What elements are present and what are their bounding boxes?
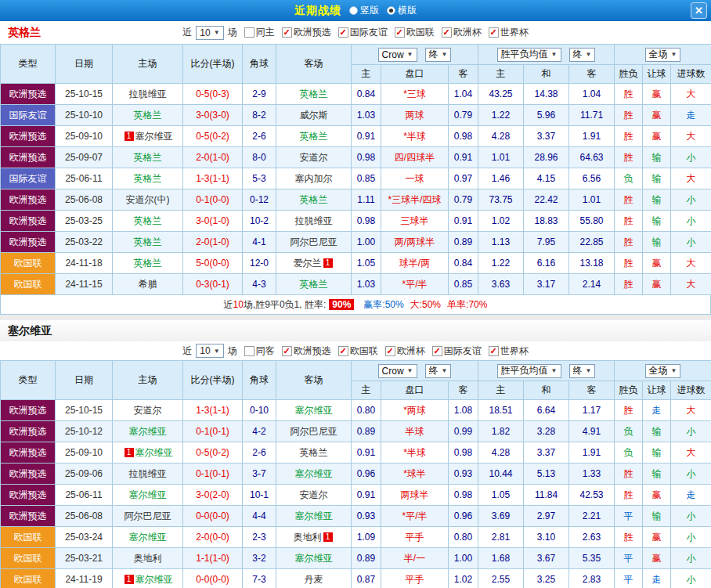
avg-type-dropdown[interactable]: 胜平负均值 ▼ [497, 48, 561, 62]
away-team-name[interactable]: 塞内加尔 [295, 173, 333, 184]
away-team-name[interactable]: 安道尔 [300, 489, 328, 500]
competition-filter-checkbox[interactable]: ✓ 欧洲杯 [442, 26, 482, 39]
away-team-name[interactable]: 塞尔维亚 [295, 468, 333, 479]
match-type-cell: 欧洲预选 [1, 421, 56, 442]
avg-home-cell: 1.05 [478, 485, 524, 506]
home-team-name[interactable]: 奥地利 [134, 553, 162, 564]
avg-type-dropdown[interactable]: 胜平负均值 ▼ [497, 364, 561, 378]
panel-title: 近期战绩 [294, 4, 341, 18]
competition-filter-checkbox[interactable]: ✓ 同主 [244, 26, 275, 39]
layout-horizontal-option[interactable]: 横版 [387, 4, 417, 17]
competition-filter-checkbox[interactable]: ✓ 欧洲预选 [282, 345, 331, 358]
odds-source-value: Crow [382, 366, 404, 377]
games-label: 场 [228, 345, 237, 358]
layout-vertical-option[interactable]: 竖版 [349, 4, 379, 17]
score-cell: 1-3(1-1) [183, 168, 243, 189]
away-team-name[interactable]: 英格兰 [300, 447, 328, 458]
home-team-name[interactable]: 塞尔维亚 [129, 426, 167, 437]
home-team-name[interactable]: 英格兰 [134, 236, 162, 247]
home-team-name[interactable]: 英格兰 [134, 110, 162, 121]
away-team-name[interactable]: 阿尔巴尼亚 [291, 426, 337, 437]
competition-filter-checkbox[interactable]: ✓ 欧国联 [338, 345, 378, 358]
home-odds-cell: 0.85 [352, 168, 381, 189]
avg-home-cell: 43.25 [478, 84, 524, 105]
scope-dropdown[interactable]: 全场 ▼ [645, 48, 681, 62]
away-team-name[interactable]: 塞尔维亚 [295, 553, 333, 564]
result-goals-cell: 小 [671, 147, 711, 168]
away-team-name[interactable]: 爱尔兰 [294, 258, 322, 269]
avg-type-value: 胜平负均值 [501, 48, 548, 61]
away-team-name[interactable]: 英格兰 [300, 279, 328, 290]
competition-filter-list: ✓ 同主 ✓ 欧洲预选 [244, 26, 529, 39]
home-team-name[interactable]: 英格兰 [134, 258, 162, 269]
away-team-name[interactable]: 塞尔维亚 [295, 405, 333, 416]
dropdown-arrow-icon: ▼ [442, 367, 448, 374]
away-team-cell: 威尔斯 [276, 105, 352, 126]
avg-final-dropdown[interactable]: 终 ▼ [569, 364, 596, 378]
competition-filter-checkbox[interactable]: ✓ 欧国联 [395, 26, 435, 39]
avg-final-dropdown[interactable]: 终 ▼ [569, 48, 596, 62]
corner-cell: 4-1 [243, 232, 276, 253]
checkbox-icon: ✓ [489, 27, 499, 38]
result-wdl-cell: 负 [615, 442, 643, 464]
odds-source-dropdown[interactable]: Crow ▼ [378, 48, 417, 62]
win-rate-badge: 90% [329, 299, 354, 310]
home-team-name[interactable]: 塞尔维亚 [135, 447, 173, 458]
home-team-name[interactable]: 塞尔维亚 [135, 131, 173, 142]
match-type-cell: 欧洲预选 [1, 147, 56, 168]
competition-filter-checkbox[interactable]: ✓ 国际友谊 [338, 26, 388, 39]
away-team-name[interactable]: 英格兰 [300, 194, 328, 205]
sub-header-odds-home: 主 [352, 381, 381, 400]
away-team-name[interactable]: 阿尔巴尼亚 [291, 236, 337, 247]
home-team-name[interactable]: 英格兰 [134, 215, 162, 226]
sub-header-avg-home: 主 [478, 381, 524, 400]
competition-filter-checkbox[interactable]: ✓ 同客 [244, 345, 275, 358]
filter-bar: 近 10 ▼ 场 ✓ [0, 341, 711, 360]
avg-away-cell: 55.80 [569, 211, 615, 232]
home-team-name[interactable]: 塞尔维亚 [129, 532, 167, 543]
corner-cell: 2-6 [243, 442, 276, 464]
away-team-name[interactable]: 拉脱维亚 [295, 215, 333, 226]
home-team-name[interactable]: 希腊 [139, 279, 157, 290]
odds-final-dropdown[interactable]: 终 ▼ [425, 48, 452, 62]
home-team-name[interactable]: 英格兰 [134, 173, 162, 184]
home-team-name[interactable]: 安道尔 [134, 405, 162, 416]
home-team-name[interactable]: 塞尔维亚 [135, 574, 173, 585]
away-odds-cell: 0.97 [449, 168, 478, 189]
team-name-heading: 塞尔维亚 [8, 324, 52, 338]
home-team-name[interactable]: 塞尔维亚 [129, 489, 167, 500]
home-team-name[interactable]: 拉脱维亚 [129, 468, 167, 479]
competition-filter-checkbox[interactable]: ✓ 国际友谊 [432, 345, 482, 358]
avg-final-value: 终 [573, 364, 583, 377]
close-button[interactable]: ✕ [691, 2, 707, 19]
away-team-name[interactable]: 安道尔 [300, 152, 328, 163]
home-team-cell: 英格兰 [113, 211, 183, 232]
match-row: 国际友谊 25-10-10 英格兰 3-0(3-0) 8-2 威尔斯 [1, 105, 711, 126]
away-team-name[interactable]: 英格兰 [300, 131, 328, 142]
home-team-name[interactable]: 阿尔巴尼亚 [125, 510, 171, 521]
avg-draw-cell: 7.95 [524, 232, 569, 253]
competition-filter-checkbox[interactable]: ✓ 世界杯 [489, 26, 529, 39]
home-team-name[interactable]: 英格兰 [134, 152, 162, 163]
odds-source-dropdown[interactable]: Crow ▼ [378, 364, 417, 378]
match-count-dropdown[interactable]: 10 ▼ [196, 344, 223, 358]
away-team-name[interactable]: 英格兰 [300, 88, 328, 99]
odds-final-dropdown[interactable]: 终 ▼ [425, 364, 452, 378]
match-count-dropdown[interactable]: 10 ▼ [196, 26, 223, 40]
avg-home-cell: 3.69 [478, 506, 524, 527]
scope-dropdown[interactable]: 全场 ▼ [645, 364, 681, 378]
away-team-name[interactable]: 奥地利 [294, 532, 322, 543]
competition-filter-checkbox[interactable]: ✓ 欧洲杯 [385, 345, 425, 358]
col-header-corner: 角球 [243, 45, 276, 84]
competition-filter-checkbox[interactable]: ✓ 世界杯 [489, 345, 529, 358]
away-team-name[interactable]: 丹麦 [305, 574, 323, 585]
home-team-name[interactable]: 拉脱维亚 [129, 88, 167, 99]
competition-filter-list: ✓ 同客 ✓ 欧洲预选 [244, 345, 529, 358]
sub-header-avg-away: 客 [569, 65, 615, 84]
away-team-name[interactable]: 威尔斯 [300, 110, 328, 121]
home-team-cell: 塞尔维亚 [113, 421, 183, 442]
away-team-name[interactable]: 塞尔维亚 [295, 510, 333, 521]
home-team-name[interactable]: 安道尔(中) [126, 194, 170, 205]
away-odds-cell: 0.98 [449, 442, 478, 464]
competition-filter-checkbox[interactable]: ✓ 欧洲预选 [282, 26, 331, 39]
